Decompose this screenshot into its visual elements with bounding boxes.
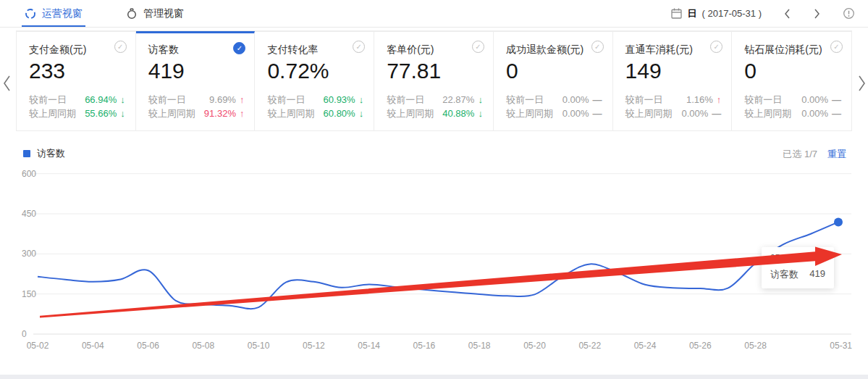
trend-arrow-icon: — <box>593 93 602 107</box>
metric-title: 成功退款金额(元) <box>506 42 602 57</box>
check-icon[interactable] <box>472 41 484 53</box>
metric-value: 0.72% <box>267 58 363 84</box>
x-tick-label: 05-18 <box>468 341 491 351</box>
tab-operations-view[interactable]: 运营视窗 <box>22 0 85 27</box>
y-tick-label: 0 <box>22 329 27 339</box>
chevron-left-icon <box>2 74 12 93</box>
dashboard-page: 运营视窗 管理视窗 日 ( 2017-05-31 ) <box>0 0 868 379</box>
calendar-icon <box>670 7 683 20</box>
y-tick-label: 450 <box>22 209 36 219</box>
tooltip-series-label: 访客数 <box>770 268 799 281</box>
selected-count: 已选 1/7 <box>783 148 817 161</box>
series-line <box>38 222 838 309</box>
tooltip-value: 419 <box>809 268 825 281</box>
metric-card[interactable]: 支付金额(元) 233 较前一日 66.94%↓ 较上周同期 55.66%↓ <box>17 31 136 130</box>
x-tick-label: 05-16 <box>413 341 436 351</box>
tooltip-date: 05-31 <box>770 253 825 263</box>
trend-arrow-icon: ↑ <box>240 93 245 107</box>
legend-label: 访客数 <box>37 147 65 160</box>
tab-management-view[interactable]: 管理视窗 <box>123 0 187 27</box>
metric-value: 77.81 <box>387 58 483 84</box>
cards-scroll-left-button[interactable] <box>1 72 12 94</box>
nav-right-controls: 日 ( 2017-05-31 ) <box>670 0 855 27</box>
metric-value: 233 <box>29 58 125 84</box>
x-tick-label: 05-26 <box>689 341 712 351</box>
metric-title: 支付转化率 <box>267 42 363 57</box>
reset-link[interactable]: 重置 <box>827 148 846 161</box>
metric-value: 419 <box>148 58 245 84</box>
metric-value: 0 <box>744 58 841 84</box>
compare-row-prev-day: 较前一日 66.94%↓ <box>29 93 125 107</box>
compare-row-prev-day: 较前一日 0.00%— <box>506 93 602 107</box>
last-point-dot <box>834 217 843 226</box>
metric-card[interactable]: 支付转化率 0.72% 较前一日 60.93%↓ 较上周同期 60.80%↓ <box>255 31 374 130</box>
date-value: ( 2017-05-31 ) <box>702 8 762 19</box>
trend-arrow-icon: — <box>832 93 841 107</box>
metric-card[interactable]: 直通车消耗(元) 149 较前一日 1.16%↑ 较上周同期 0.00%— <box>613 31 733 130</box>
next-section-edge <box>0 375 868 379</box>
chart-tooltip: 05-31 访客数 419 <box>762 247 834 288</box>
compare-row-prev-day: 较前一日 22.87%↓ <box>387 93 483 107</box>
x-tick-label: 05-06 <box>137 341 159 351</box>
x-tick-label: 05-10 <box>248 341 270 351</box>
chevron-left-icon <box>783 8 791 20</box>
compare-row-prev-day: 较前一日 1.16%↑ <box>625 93 722 107</box>
metric-card[interactable]: 钻石展位消耗(元) 0 较前一日 0.00%— 较上周同期 0.00%— <box>732 31 851 130</box>
trend-arrow-icon: ↑ <box>717 93 722 107</box>
metric-title: 直通车消耗(元) <box>625 42 722 57</box>
trend-arrow-icon: ↓ <box>359 93 364 107</box>
trend-arrow-icon: ↓ <box>120 93 125 107</box>
compare-row-prev-week: 较上周同期 55.66%↓ <box>29 107 125 120</box>
x-tick-label: 05-08 <box>192 341 214 351</box>
metric-title: 支付金额(元) <box>29 42 125 57</box>
metric-card[interactable]: 客单价(元) 77.81 较前一日 22.87%↓ 较上周同期 40.88%↓ <box>374 31 494 130</box>
chart-legend-controls: 已选 1/7 重置 <box>783 148 846 161</box>
compare-row-prev-week: 较上周同期 0.00%— <box>506 107 602 120</box>
trend-arrow-icon: ↓ <box>120 107 125 120</box>
metric-value: 0 <box>506 58 602 84</box>
cards-scroll-right-button[interactable] <box>856 72 867 94</box>
date-granularity: 日 <box>688 7 697 20</box>
info-icon <box>843 7 855 20</box>
compare-row-prev-week: 较上周同期 60.80%↓ <box>267 107 363 120</box>
trend-arrow-icon: — <box>593 107 602 120</box>
y-tick-label: 600 <box>22 169 36 179</box>
trend-arrow-icon: — <box>832 107 841 120</box>
compare-row-prev-week: 较上周同期 91.32%↑ <box>148 107 245 120</box>
trend-arrow-icon: ↑ <box>240 107 245 120</box>
trend-arrow-icon: ↓ <box>359 107 364 120</box>
chevron-right-icon <box>857 74 867 93</box>
prev-date-button[interactable] <box>783 8 791 20</box>
metric-title: 钻石展位消耗(元) <box>744 42 841 57</box>
metric-card[interactable]: 访客数 419 较前一日 9.69%↑ 较上周同期 91.32%↑ <box>136 31 256 130</box>
next-date-button[interactable] <box>813 8 821 20</box>
x-tick-label: 05-02 <box>27 341 49 351</box>
metric-cards-row: 支付金额(元) 233 较前一日 66.94%↓ 较上周同期 55.66%↓ 访… <box>16 30 852 131</box>
compare-row-prev-day: 较前一日 9.69%↑ <box>148 93 245 107</box>
management-view-icon <box>126 7 138 20</box>
check-icon[interactable] <box>114 41 127 53</box>
info-button[interactable] <box>843 7 855 20</box>
date-selector[interactable]: 日 ( 2017-05-31 ) <box>670 7 762 20</box>
check-icon[interactable] <box>830 41 843 53</box>
operations-view-icon <box>25 8 36 20</box>
top-nav: 运营视窗 管理视窗 日 ( 2017-05-31 ) <box>0 0 868 28</box>
x-tick-label: 05-28 <box>744 341 767 351</box>
x-tick-label: 05-31 <box>830 341 852 351</box>
legend-swatch <box>23 150 30 157</box>
view-tabs: 运营视窗 管理视窗 <box>22 0 224 27</box>
x-tick-label: 05-20 <box>523 341 546 351</box>
metric-card[interactable]: 成功退款金额(元) 0 较前一日 0.00%— 较上周同期 0.00%— <box>494 31 613 130</box>
compare-row-prev-day: 较前一日 0.00%— <box>744 93 841 107</box>
compare-row-prev-day: 较前一日 60.93%↓ <box>267 93 363 107</box>
chart-legend[interactable]: 访客数 <box>23 147 65 160</box>
y-tick-label: 150 <box>22 289 36 299</box>
y-tick-label: 300 <box>22 249 36 259</box>
compare-row-prev-week: 较上周同期 0.00%— <box>625 107 722 120</box>
check-icon[interactable] <box>591 41 604 53</box>
trend-arrow-icon: — <box>712 107 721 120</box>
tab-label: 管理视窗 <box>143 7 184 20</box>
trend-arrow-icon: ↓ <box>478 107 483 120</box>
x-tick-label: 05-22 <box>578 341 601 351</box>
x-tick-label: 05-14 <box>358 341 380 351</box>
